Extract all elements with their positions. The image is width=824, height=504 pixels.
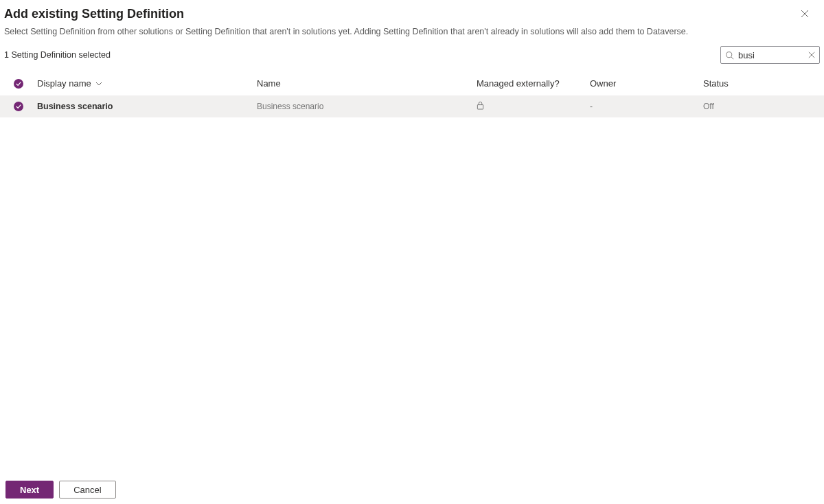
cancel-button[interactable]: Cancel — [59, 481, 115, 499]
column-owner[interactable]: Owner — [590, 78, 703, 89]
results-table: Display name Name Managed externally? Ow… — [0, 68, 824, 117]
column-label: Display name — [37, 78, 91, 89]
checkmark-icon — [16, 104, 21, 109]
chevron-down-icon — [95, 80, 102, 87]
column-display-name[interactable]: Display name — [37, 78, 257, 89]
close-icon — [801, 10, 809, 18]
cell-owner: - — [590, 102, 703, 111]
next-button[interactable]: Next — [5, 481, 54, 499]
page-title: Add existing Setting Definition — [4, 7, 184, 21]
column-name[interactable]: Name — [257, 78, 477, 89]
svg-rect-2 — [477, 105, 483, 109]
lock-icon — [477, 101, 484, 110]
column-status[interactable]: Status — [703, 78, 824, 89]
table-header: Display name Name Managed externally? Ow… — [0, 68, 824, 95]
search-icon — [725, 51, 734, 60]
search-clear-button[interactable] — [808, 51, 815, 58]
column-label: Status — [703, 78, 729, 89]
row-checkbox[interactable] — [14, 102, 23, 111]
cell-name: Business scenario — [257, 102, 477, 111]
cell-managed-externally — [477, 101, 590, 112]
select-all-checkbox[interactable] — [14, 79, 23, 89]
footer: Next Cancel — [0, 475, 824, 504]
column-managed-externally[interactable]: Managed externally? — [477, 78, 590, 89]
svg-line-1 — [731, 56, 733, 58]
search-box[interactable] — [720, 46, 820, 64]
selection-count: 1 Setting Definition selected — [4, 50, 111, 60]
clear-icon — [808, 51, 815, 58]
page-subtitle: Select Setting Definition from other sol… — [4, 22, 820, 36]
cell-display-name: Business scenario — [37, 102, 257, 111]
checkmark-icon — [16, 81, 21, 87]
column-label: Managed externally? — [477, 78, 560, 89]
cell-status: Off — [703, 102, 824, 111]
svg-point-0 — [726, 51, 732, 57]
column-label: Name — [257, 78, 281, 89]
column-label: Owner — [590, 78, 616, 89]
close-button[interactable] — [797, 5, 813, 22]
table-row[interactable]: Business scenario Business scenario - Of… — [0, 95, 824, 117]
search-input[interactable] — [738, 50, 804, 60]
